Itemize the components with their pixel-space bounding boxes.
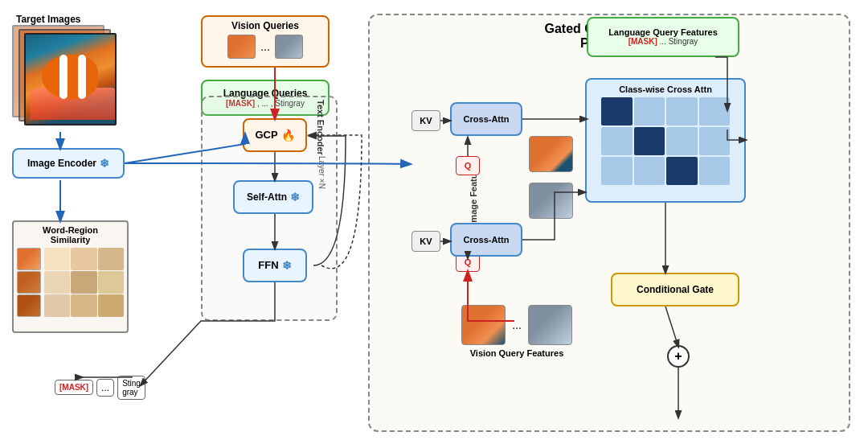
attn-cell-6 bbox=[634, 127, 665, 155]
attention-grid bbox=[601, 97, 730, 186]
lang-query-features-label: Language Query Features bbox=[608, 27, 718, 37]
vqf-images: ... bbox=[448, 305, 585, 345]
fish-image-small-2 bbox=[529, 183, 573, 219]
output-tokens: [MASK] ... Stinggray bbox=[55, 376, 145, 400]
token-mask: [MASK] bbox=[55, 380, 93, 395]
similarity-grid bbox=[14, 246, 127, 319]
snowflake-icon-selfattn: ❄ bbox=[290, 191, 300, 204]
attn-cell-3 bbox=[666, 97, 698, 125]
self-attn-label: Self-Attn bbox=[247, 191, 287, 203]
target-image-stack bbox=[12, 25, 117, 130]
vision-query-features-box: ... Vision Query Features bbox=[448, 305, 585, 377]
attn-cell-4 bbox=[699, 97, 731, 125]
class-wise-label: Class-wise Cross Attn bbox=[619, 84, 712, 94]
vq-image-clownfish bbox=[227, 35, 256, 59]
grid-image-3 bbox=[17, 294, 41, 317]
text-encoder-label: Text Encoder bbox=[316, 100, 326, 155]
attn-cell-10 bbox=[634, 157, 665, 185]
grid-cell-1 bbox=[44, 248, 71, 270]
right-section: Gated Class-scalablePerceiver bbox=[368, 14, 850, 432]
gcp-box: GCP 🔥 bbox=[243, 118, 307, 152]
fish-image-small-1 bbox=[529, 136, 573, 172]
vq-image-stingray bbox=[275, 35, 303, 59]
fire-icon: 🔥 bbox=[281, 129, 295, 142]
grid-cell-8 bbox=[71, 294, 97, 317]
target-images-label: Target Images bbox=[16, 14, 80, 25]
grid-cell-7 bbox=[44, 294, 71, 317]
class-wise-box: Class-wise Cross Attn bbox=[585, 78, 746, 203]
vision-queries-images: ... bbox=[203, 33, 328, 60]
layer-xn-label: Layer ×N bbox=[317, 156, 326, 189]
vqf-image-2 bbox=[528, 305, 572, 345]
ffn-label: FFN bbox=[258, 259, 278, 271]
grid-image-1 bbox=[17, 248, 41, 270]
vision-queries-label: Vision Queries bbox=[203, 17, 328, 33]
attn-cell-7 bbox=[666, 127, 698, 155]
grid-image-2 bbox=[17, 271, 41, 294]
kv-box-top: KV bbox=[411, 110, 440, 131]
lang-mask-token: [MASK] bbox=[628, 37, 657, 46]
cross-attn-box-top: Cross-Attn bbox=[450, 102, 522, 136]
attn-cell-11 bbox=[666, 157, 698, 185]
grid-cell-9 bbox=[98, 294, 125, 317]
image-encoder-box: Image Encoder ❄ bbox=[12, 148, 125, 179]
cross-attn-box-bottom: Cross-Attn bbox=[450, 223, 522, 257]
vqf-label: Vision Query Features bbox=[448, 348, 585, 358]
vqf-dots: ... bbox=[512, 319, 522, 331]
word-region-label: Word-RegionSimilarity bbox=[14, 222, 127, 246]
vqf-image-1 bbox=[461, 305, 506, 345]
token-dots: ... bbox=[96, 379, 114, 397]
grid-cell-2 bbox=[71, 248, 97, 270]
clownfish-image bbox=[24, 33, 117, 125]
attn-cell-9 bbox=[601, 157, 633, 185]
self-attn-box: Self-Attn ❄ bbox=[233, 180, 313, 214]
grid-cell-5 bbox=[71, 271, 97, 294]
attn-cell-8 bbox=[699, 127, 731, 155]
vision-queries-box: Vision Queries ... bbox=[201, 15, 330, 68]
word-region-box: Word-RegionSimilarity bbox=[12, 220, 129, 333]
attn-cell-1 bbox=[601, 97, 633, 125]
attn-cell-12 bbox=[699, 157, 731, 185]
kv-box-bottom: KV bbox=[411, 231, 440, 252]
image-encoder-label: Image Encoder bbox=[27, 158, 96, 169]
token-stingray: Stinggray bbox=[117, 376, 145, 400]
conditional-gate-box: Conditional Gate bbox=[611, 273, 739, 306]
grid-cell-3 bbox=[98, 248, 125, 270]
gcp-label: GCP bbox=[255, 129, 277, 141]
snowflake-icon-ffn: ❄ bbox=[282, 259, 292, 272]
plus-circle: + bbox=[667, 345, 690, 368]
lang-query-text: [MASK] ... Stingray bbox=[628, 37, 698, 46]
lang-query-features-box: Language Query Features [MASK] ... Sting… bbox=[587, 17, 739, 57]
diagram-container: Target Images Image Encoder ❄ Word-Regio… bbox=[8, 7, 860, 434]
vq-dots: ... bbox=[260, 40, 270, 53]
snowflake-icon-encoder: ❄ bbox=[100, 157, 109, 170]
attn-cell-2 bbox=[634, 97, 665, 125]
q-box-top: Q bbox=[456, 156, 480, 175]
ffn-box: FFN ❄ bbox=[243, 249, 307, 282]
lang-rest: ... Stingray bbox=[660, 37, 698, 46]
attn-cell-5 bbox=[601, 127, 633, 155]
grid-cell-4 bbox=[44, 271, 71, 294]
grid-cell-6 bbox=[98, 271, 125, 294]
